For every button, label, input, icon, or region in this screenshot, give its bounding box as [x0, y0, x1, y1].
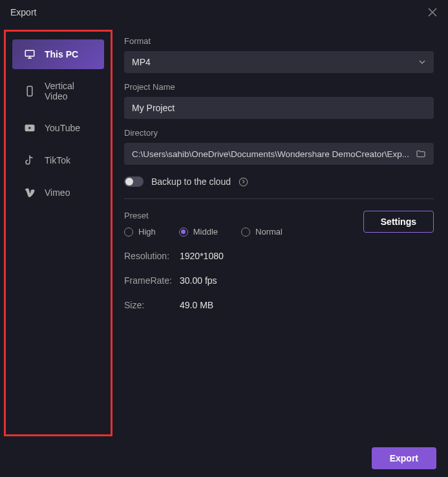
- project-name-group: Project Name: [124, 82, 434, 119]
- footer: Export: [0, 440, 448, 477]
- vertical-video-icon: [24, 85, 36, 97]
- framerate-row: FrameRate: 30.00 fps: [124, 275, 434, 286]
- directory-value: C:\Users\sahib\OneDrive\Documents\Wonder…: [132, 149, 416, 159]
- settings-button[interactable]: Settings: [363, 211, 434, 233]
- sidebar-item-vertical-video[interactable]: Vertical Video: [12, 72, 104, 111]
- sidebar-item-youtube[interactable]: YouTube: [12, 113, 104, 143]
- help-icon[interactable]: [239, 177, 248, 187]
- preset-radio-high[interactable]: High: [124, 227, 156, 237]
- preset-left: Preset High Middle Normal: [124, 211, 363, 237]
- close-button[interactable]: [427, 7, 438, 17]
- preset-radio-normal[interactable]: Normal: [241, 227, 283, 237]
- chevron-down-icon: [418, 58, 426, 66]
- titlebar: Export: [0, 0, 448, 25]
- directory-input-wrap: C:\Users\sahib\OneDrive\Documents\Wonder…: [124, 143, 434, 165]
- svg-rect-0: [25, 50, 34, 56]
- folder-icon[interactable]: [416, 149, 426, 159]
- vimeo-icon: [24, 187, 36, 198]
- sidebar: This PC Vertical Video YouTube TikTok Vi…: [4, 30, 112, 436]
- sidebar-item-label: YouTube: [45, 123, 80, 133]
- radio-circle: [124, 228, 133, 237]
- tiktok-icon: [24, 154, 36, 166]
- project-name-label: Project Name: [124, 82, 434, 92]
- backup-toggle[interactable]: [124, 176, 144, 187]
- project-name-input[interactable]: [132, 103, 426, 113]
- radio-circle: [179, 228, 188, 237]
- preset-radio-middle[interactable]: Middle: [179, 227, 218, 237]
- content: Format MP4 Project Name Directory C:\Use…: [112, 25, 448, 441]
- size-value: 49.0 MB: [180, 300, 213, 310]
- preset-row: Preset High Middle Normal Se: [124, 211, 434, 237]
- resolution-row: Resolution: 1920*1080: [124, 251, 434, 261]
- close-icon: [428, 8, 437, 17]
- export-button[interactable]: Export: [372, 447, 436, 469]
- format-label: Format: [124, 36, 434, 46]
- sidebar-item-label: This PC: [45, 49, 78, 59]
- divider: [124, 198, 434, 199]
- youtube-icon: [24, 122, 36, 134]
- pc-icon: [24, 48, 36, 60]
- radio-label: High: [138, 227, 156, 237]
- radio-circle: [241, 228, 250, 237]
- window-title: Export: [10, 7, 36, 17]
- sidebar-item-tiktok[interactable]: TikTok: [12, 145, 104, 175]
- project-name-input-wrap: [124, 97, 434, 119]
- sidebar-item-label: TikTok: [45, 155, 70, 165]
- framerate-value: 30.00 fps: [180, 275, 217, 286]
- directory-label: Directory: [124, 128, 434, 138]
- size-label: Size:: [124, 300, 180, 310]
- preset-label: Preset: [124, 211, 363, 220]
- backup-label: Backup to the cloud: [151, 176, 231, 187]
- sidebar-item-label: Vimeo: [45, 187, 70, 198]
- resolution-value: 1920*1080: [180, 251, 224, 261]
- radio-label: Normal: [255, 227, 283, 237]
- framerate-label: FrameRate:: [124, 275, 180, 286]
- sidebar-item-vimeo[interactable]: Vimeo: [12, 178, 104, 207]
- format-group: Format MP4: [124, 36, 434, 73]
- directory-group: Directory C:\Users\sahib\OneDrive\Docume…: [124, 128, 434, 165]
- sidebar-item-this-pc[interactable]: This PC: [12, 39, 104, 69]
- main: This PC Vertical Video YouTube TikTok Vi…: [0, 25, 448, 441]
- backup-row: Backup to the cloud: [124, 176, 434, 187]
- preset-radio-group: High Middle Normal: [124, 227, 363, 237]
- size-row: Size: 49.0 MB: [124, 300, 434, 310]
- resolution-label: Resolution:: [124, 251, 180, 261]
- format-select[interactable]: MP4: [124, 51, 434, 73]
- radio-label: Middle: [193, 227, 218, 237]
- svg-rect-1: [27, 87, 32, 96]
- sidebar-item-label: Vertical Video: [45, 81, 92, 101]
- format-value: MP4: [132, 57, 418, 67]
